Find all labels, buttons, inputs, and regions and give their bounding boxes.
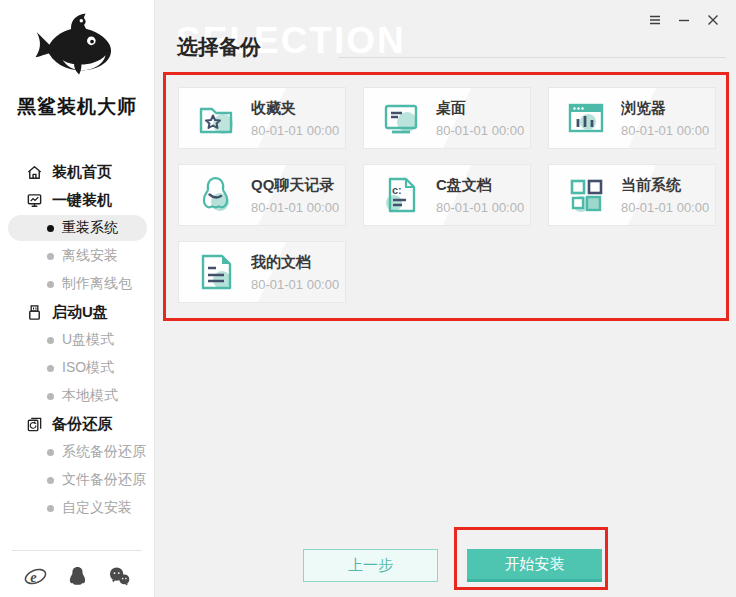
my-docs-icon: [194, 250, 238, 294]
backup-card-label: QQ聊天记录: [251, 176, 339, 195]
backup-card-date: 80-01-01 00:00: [436, 200, 524, 215]
sidebar-item-label: 启动U盘: [52, 303, 108, 322]
sidebar-item[interactable]: 文件备份还原: [0, 466, 154, 494]
backup-card[interactable]: 收藏夹 80-01-01 00:00: [178, 87, 346, 149]
start-install-button[interactable]: 开始安装: [467, 549, 602, 582]
bullet-icon: [47, 365, 54, 372]
sidebar-item-label: 离线安装: [62, 247, 118, 265]
sidebar-item[interactable]: 制作离线包: [0, 270, 154, 298]
sidebar: 黑鲨装机大师 装机首页 一键装机 重装系统 离线安装 制作离线包 启动U盘 U盘…: [0, 0, 155, 597]
page-title: 选择备份: [177, 33, 261, 61]
wechat-link[interactable]: [106, 563, 132, 589]
app-logo: 黑鲨装机大师: [0, 0, 154, 120]
backup-card[interactable]: 浏览器 80-01-01 00:00: [548, 87, 716, 149]
usb-drive-icon: [26, 304, 43, 321]
home-icon: [26, 164, 43, 181]
app-window: 黑鲨装机大师 装机首页 一键装机 重装系统 离线安装 制作离线包 启动U盘 U盘…: [0, 0, 736, 597]
backup-card-date: 80-01-01 00:00: [621, 200, 709, 215]
sidebar-item[interactable]: 备份还原: [0, 410, 154, 438]
backup-card[interactable]: C盘文档 80-01-01 00:00: [363, 164, 531, 226]
bullet-icon: [47, 337, 54, 344]
app-name: 黑鲨装机大师: [0, 94, 154, 120]
window-close-button[interactable]: [704, 12, 722, 30]
qq-link[interactable]: [64, 563, 90, 589]
sidebar-item-label: 备份还原: [52, 415, 112, 434]
folder-star-icon: [194, 96, 238, 140]
sidebar-item-label: 本地模式: [62, 387, 118, 405]
sidebar-item-label: 重装系统: [62, 219, 118, 237]
card-text: 我的文档 80-01-01 00:00: [251, 253, 339, 292]
sidebar-item[interactable]: 装机首页: [0, 158, 154, 186]
sidebar-item-label: 系统备份还原: [62, 443, 146, 461]
backup-card-date: 80-01-01 00:00: [621, 123, 709, 138]
window-controls: [646, 12, 722, 30]
backup-card[interactable]: 桌面 80-01-01 00:00: [363, 87, 531, 149]
menu-icon: [647, 12, 663, 28]
bullet-icon: [47, 477, 54, 484]
sidebar-footer-divider: [12, 550, 142, 551]
backup-card-label: 浏览器: [621, 99, 709, 118]
close-icon: [705, 12, 721, 28]
backup-card[interactable]: 我的文档 80-01-01 00:00: [178, 241, 346, 303]
sidebar-item-label: 文件备份还原: [62, 471, 146, 489]
sidebar-item-label: 一键装机: [52, 191, 112, 210]
backup-restore-icon: [26, 416, 43, 433]
main-panel: SELECTION 选择备份 收藏夹 80-01-01 00:00 桌面 80-…: [156, 0, 736, 597]
card-text: 收藏夹 80-01-01 00:00: [251, 99, 339, 138]
sidebar-item[interactable]: ISO模式: [0, 354, 154, 382]
card-text: QQ聊天记录 80-01-01 00:00: [251, 176, 339, 215]
card-text: 浏览器 80-01-01 00:00: [621, 99, 709, 138]
bullet-icon: [47, 281, 54, 288]
backup-card[interactable]: 当前系统 80-01-01 00:00: [548, 164, 716, 226]
sidebar-item-label: 制作离线包: [62, 275, 132, 293]
card-text: 桌面 80-01-01 00:00: [436, 99, 524, 138]
previous-step-button[interactable]: 上一步: [303, 549, 438, 582]
bullet-icon: [47, 225, 54, 232]
sidebar-item-label: ISO模式: [62, 359, 114, 377]
backup-card[interactable]: QQ聊天记录 80-01-01 00:00: [178, 164, 346, 226]
sidebar-item[interactable]: 离线安装: [0, 242, 154, 270]
sidebar-item-label: 自定义安装: [62, 499, 132, 517]
bullet-icon: [47, 393, 54, 400]
backup-cards-grid: 收藏夹 80-01-01 00:00 桌面 80-01-01 00:00 浏览器…: [178, 87, 716, 303]
c-drive-doc-icon: [379, 173, 423, 217]
desktop-icon: [379, 96, 423, 140]
backup-card-date: 80-01-01 00:00: [251, 200, 339, 215]
browser-icon: [564, 96, 608, 140]
ie-icon: [24, 565, 47, 588]
backup-card-date: 80-01-01 00:00: [251, 277, 339, 292]
sidebar-item[interactable]: 系统备份还原: [0, 438, 154, 466]
backup-card-date: 80-01-01 00:00: [251, 123, 339, 138]
sidebar-item[interactable]: U盘模式: [0, 326, 154, 354]
card-text: C盘文档 80-01-01 00:00: [436, 176, 524, 215]
ie-link[interactable]: [22, 563, 48, 589]
monitor-chart-icon: [26, 192, 43, 209]
sidebar-item-label: U盘模式: [62, 331, 114, 349]
qq-icon: [66, 565, 89, 588]
sidebar-nav: 装机首页 一键装机 重装系统 离线安装 制作离线包 启动U盘 U盘模式 ISO模…: [0, 158, 154, 522]
sidebar-item[interactable]: 自定义安装: [0, 494, 154, 522]
card-text: 当前系统 80-01-01 00:00: [621, 176, 709, 215]
window-menu-button[interactable]: [646, 12, 664, 30]
sidebar-item-label: 装机首页: [52, 163, 112, 182]
bullet-icon: [47, 505, 54, 512]
sidebar-item[interactable]: 重装系统: [0, 214, 154, 242]
qq-chat-icon: [194, 173, 238, 217]
sidebar-item[interactable]: 启动U盘: [0, 298, 154, 326]
shark-logo-icon: [34, 8, 120, 88]
sidebar-item[interactable]: 一键装机: [0, 186, 154, 214]
backup-card-label: C盘文档: [436, 176, 524, 195]
backup-card-label: 当前系统: [621, 176, 709, 195]
bullet-icon: [47, 449, 54, 456]
backup-card-label: 收藏夹: [251, 99, 339, 118]
title-divider: [339, 57, 726, 58]
sidebar-footer-icons: [0, 563, 154, 589]
backup-card-label: 桌面: [436, 99, 524, 118]
window-minimize-button[interactable]: [675, 12, 693, 30]
backup-card-date: 80-01-01 00:00: [436, 123, 524, 138]
minimize-icon: [676, 12, 692, 28]
backup-card-label: 我的文档: [251, 253, 339, 272]
sidebar-item[interactable]: 本地模式: [0, 382, 154, 410]
wechat-icon: [108, 565, 131, 588]
bullet-icon: [47, 253, 54, 260]
